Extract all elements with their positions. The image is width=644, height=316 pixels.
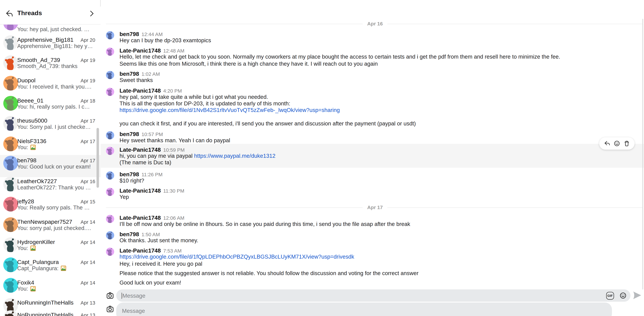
date-divider-label: Apr 16 <box>363 20 387 27</box>
snoo-avatar-icon <box>3 278 18 293</box>
message-text: Hey can I buy the dp-203 examtopics <box>120 37 211 44</box>
thread-preview: Smooth_Ad_739: thanks <box>17 63 93 70</box>
thread-preview: Capt_Pulangura: <box>17 265 93 272</box>
thread-date: Apr 14 <box>80 260 95 265</box>
message-line: Good luck on your exam! <box>120 280 644 286</box>
message-time: 7:53 AM <box>163 248 182 254</box>
thread-name: Apprehensive_Big181 <box>17 36 74 43</box>
thread-list-item[interactable]: Duopol Apr 19 You: I received it, thank … <box>0 75 101 95</box>
thread-list-item[interactable]: Beeee_01 Apr 18 You: hi, really sorry pa… <box>0 95 101 115</box>
snoo-avatar-icon <box>3 96 18 111</box>
message-link[interactable]: https://www.paypal.me/duke1312 <box>194 153 276 159</box>
message-header: Late-Panic174811:30 PM <box>120 187 644 194</box>
thread-list-item[interactable]: Foxik4 Apr 14 You: <box>0 277 101 297</box>
message-line: Hey, i received it. Here you go pal <box>120 261 644 267</box>
thread-preview-text: You: Really sorry pals. The most updat..… <box>17 205 93 211</box>
message-input[interactable] <box>122 305 606 316</box>
thread-date: Apr 19 <box>80 78 95 84</box>
message-link[interactable]: https://drive.google.com/file/d/1NvB42S1… <box>120 107 340 114</box>
thread-preview: You: Sorry pal. I just checked, we didnt… <box>17 124 93 131</box>
message-author: ben798 <box>120 71 139 77</box>
snoo-avatar-icon <box>3 35 18 50</box>
snoo-avatar-icon <box>3 197 18 212</box>
message-line: Hey sweet thanks man. Yeah I can do payp… <box>120 137 644 144</box>
message-text: This is all the question for DP-203, it … <box>120 101 290 107</box>
thread-list-item[interactable]: theusu5000 Apr 17 You: Sorry pal. I just… <box>0 115 101 135</box>
camera-button[interactable] <box>106 292 114 300</box>
snoo-avatar-icon <box>3 310 18 316</box>
thread-avatar <box>3 55 18 70</box>
text-caret <box>122 293 122 299</box>
thread-date: Apr 14 <box>80 219 95 225</box>
reddit-chat-window: You: hey pal, just checked. Unfortunat..… <box>0 0 644 316</box>
message-time: 1:02 AM <box>142 71 160 77</box>
thread-list-item[interactable]: Apprehensive_Big181 Apr 20 Apprehensive_… <box>0 34 101 55</box>
thread-list-item[interactable]: NielsF3136 Apr 17 You: <box>0 136 101 156</box>
sidebar-scrollbar[interactable] <box>96 128 99 188</box>
thread-preview-text: You: <box>17 144 30 150</box>
emoji-button[interactable] <box>619 292 627 299</box>
message-line: This is all the question for DP-203, it … <box>120 101 644 107</box>
message-avatar <box>106 131 114 139</box>
thread-list-item[interactable]: LeatherOk7227 Apr 16 LeatherOk7227: Than… <box>0 176 101 196</box>
thread-preview: You: Really sorry pals. The most updat..… <box>17 205 93 211</box>
thread-list-item[interactable]: NoRunningInTheHalls Apr 13 <box>0 310 101 316</box>
delete-button[interactable] <box>624 140 630 147</box>
message-header: Late-Panic17487:53 AM <box>120 247 644 254</box>
message-text: Hey sweet thanks man. Yeah I can do payp… <box>120 137 230 144</box>
thread-list-item[interactable]: Smooth_Ad_739 Apr 19 Smooth_Ad_739: than… <box>0 55 101 75</box>
send-icon <box>632 291 642 300</box>
thread-name: NielsF3136 <box>17 138 46 144</box>
message-author: Late-Panic1748 <box>120 147 161 153</box>
message-input-pill: GIF <box>116 289 630 302</box>
emoji-reaction-button[interactable] <box>614 140 620 147</box>
message-link[interactable]: https://drive.google.com/file/d/1fQpLDEP… <box>120 254 354 260</box>
thread-list-item[interactable]: HydrogenKiller Apr 14 You: <box>0 237 101 257</box>
message-author: ben798 <box>120 31 139 37</box>
thread-list-item[interactable]: jeffy28 Apr 15 You: Really sorry pals. T… <box>0 196 101 216</box>
thread-name: jeffy28 <box>17 198 34 205</box>
message-time: 10:57 PM <box>142 132 163 137</box>
thread-name: Capt_Pulangura <box>17 259 59 265</box>
thread-avatar <box>3 116 18 131</box>
message-body: Yep <box>120 194 644 201</box>
reply-button[interactable] <box>604 140 610 147</box>
smiley-icon <box>614 140 620 147</box>
gif-button[interactable]: GIF <box>606 292 614 299</box>
expand-threads-button[interactable] <box>88 9 96 18</box>
camera-button[interactable] <box>106 305 114 313</box>
message-text: Good luck on your exam! <box>120 280 181 286</box>
message-line: (The name is Duc ta) <box>120 159 644 166</box>
snoo-avatar-icon <box>106 131 114 139</box>
thread-list-item[interactable]: ThenNewspaper7527 Apr 14 You: sorry pal,… <box>0 216 101 236</box>
snoo-avatar-icon <box>106 48 114 56</box>
sidebar-header: Threads <box>0 0 101 24</box>
message-header: Late-Panic17484:20 PM <box>120 87 644 94</box>
message-text: I'll be off now and only be online in 8h… <box>120 221 410 227</box>
thread-preview: You: <box>17 286 93 292</box>
trash-icon <box>624 140 630 147</box>
message-line: hi, you can pay me via paypal https://ww… <box>120 153 644 159</box>
message-text: $10 right? <box>120 177 144 184</box>
thread-date: Apr 18 <box>80 98 95 104</box>
message-avatar <box>106 231 114 239</box>
thread-list-item[interactable]: Capt_Pulangura Apr 14 Capt_Pulangura: <box>0 257 101 277</box>
sidebar-border-segment <box>100 0 100 6</box>
thread-preview: You: hey pal, just checked. Unfortunat..… <box>17 26 93 33</box>
send-button[interactable] <box>632 291 642 300</box>
thread-name: NoRunningInTheHalls <box>17 299 74 306</box>
message-time: 12:48 AM <box>163 48 184 54</box>
message-author: ben798 <box>120 231 139 237</box>
message-avatar <box>106 215 114 223</box>
message-line: Seems like this one from Microsoft, i th… <box>120 61 644 67</box>
thread-list-item[interactable]: ben798 Apr 17 You: Good luck on your exa… <box>0 155 101 177</box>
chat-scrollbar[interactable] <box>642 19 643 289</box>
back-button[interactable] <box>5 9 14 18</box>
message-line: $10 right? <box>120 177 644 184</box>
message-input[interactable] <box>122 289 601 302</box>
message-avatar <box>106 31 114 39</box>
thread-date: Apr 13 <box>80 300 95 306</box>
thread-preview-text: Apprehensive_Big181: hey yes i did. th..… <box>17 43 93 49</box>
chat-message: ben7981:50 AM Ok thanks. Just sent the m… <box>106 230 644 244</box>
message-avatar <box>106 171 114 179</box>
